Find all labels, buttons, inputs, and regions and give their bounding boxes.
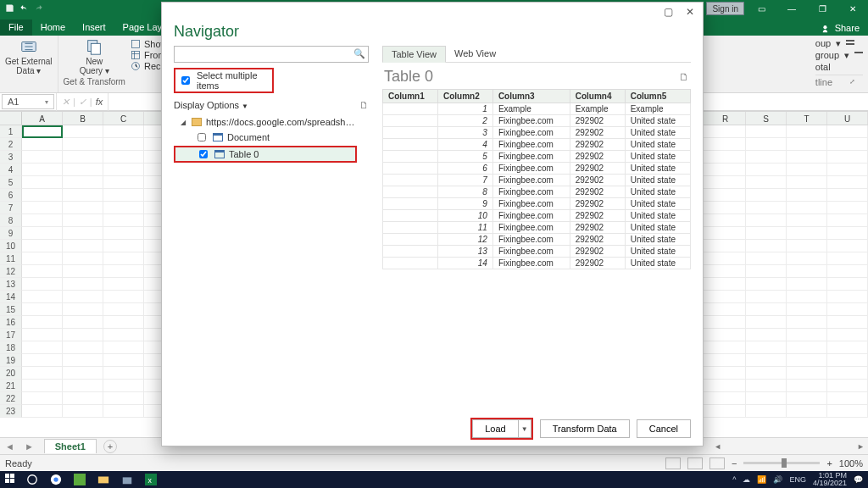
tree-item-document[interactable]: Document [174,129,374,146]
load-dropdown-icon[interactable]: ▼ [518,419,531,438]
preview-title: Table 0 [384,68,679,86]
folder-icon [192,118,202,126]
preview-refresh-icon[interactable]: 🗋 [679,71,689,83]
select-multiple-checkbox[interactable]: Select multiple items [174,68,274,93]
dialog-maximize-icon[interactable]: ▢ [657,6,679,18]
tab-web-view[interactable]: Web View [446,46,504,62]
tree-root-url[interactable]: ◢ https://docs.google.com/spreadsheets/d… [174,115,374,129]
tab-table-view[interactable]: Table View [382,46,446,63]
navigator-search-input[interactable] [174,46,369,63]
preview-table: Column1Column2Column3Column4Column5 1Exa… [382,89,691,269]
search-icon[interactable]: 🔍 [353,48,365,59]
refresh-tree-icon[interactable]: 🗋 [359,100,369,110]
table-icon [214,150,225,158]
navigator-dialog: ▢ ✕ Navigator 🔍 Select multiple items Di… [161,2,704,446]
navigator-dialog-backdrop: ▢ ✕ Navigator 🔍 Select multiple items Di… [0,0,868,488]
transform-data-button[interactable]: Transform Data [540,419,630,438]
table-icon [213,133,223,141]
load-button[interactable]: Load ▼ [470,418,532,440]
tree-item-table0[interactable]: Table 0 [174,146,357,163]
cancel-button[interactable]: Cancel [637,419,691,438]
dialog-close-icon[interactable]: ✕ [679,6,701,18]
display-options-dropdown[interactable]: Display Options ▼ [174,100,248,110]
dialog-title: Navigator [162,21,703,46]
